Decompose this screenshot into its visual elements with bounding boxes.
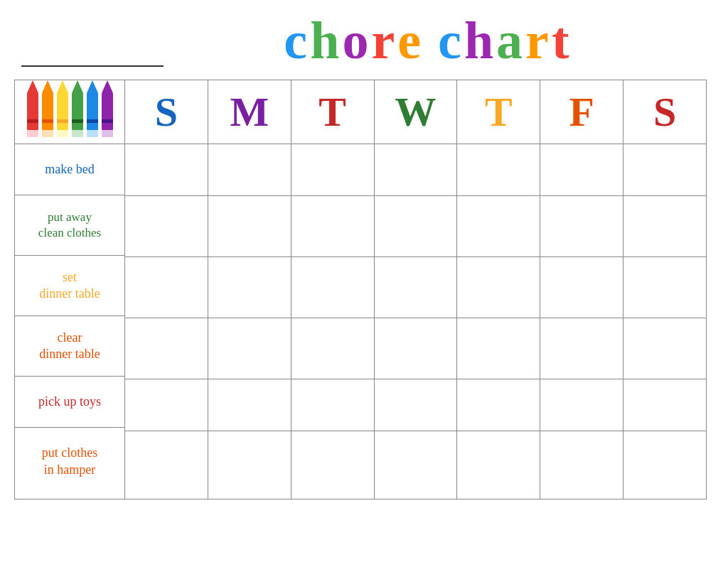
- crayon-yellow: [56, 80, 69, 141]
- chore-put-clothes: put clothesin hamper: [15, 428, 124, 495]
- cell-pickup-thu: [457, 379, 540, 431]
- page: c h o r e c h a r t: [0, 0, 728, 562]
- cell-pickup-tue: [291, 379, 375, 431]
- title-letter-o: o: [342, 14, 371, 67]
- svg-marker-12: [72, 80, 83, 93]
- day-header-friday: F: [540, 80, 623, 144]
- cell-putaway-fri: [540, 196, 623, 256]
- row-pick-up: [125, 379, 706, 431]
- row-put-away: [125, 196, 706, 257]
- svg-rect-14: [72, 130, 83, 137]
- title-letter-c1: c: [284, 14, 310, 67]
- header: c h o r e c h a r t: [14, 14, 707, 67]
- cell-pickup-mon: [208, 379, 291, 431]
- cell-putclothes-thu: [457, 431, 540, 499]
- cell-putclothes-sat: [623, 431, 706, 499]
- days-grid: S M T W T F S: [125, 80, 706, 499]
- cell-setdinner-thu: [457, 257, 540, 318]
- cell-makebed-fri: [540, 144, 623, 195]
- title-letter-t: t: [552, 14, 572, 67]
- svg-marker-0: [27, 80, 38, 93]
- chore-set-dinner: setdinner table: [15, 256, 124, 316]
- crayons-cell: [15, 80, 124, 144]
- cell-pickup-sat: [623, 379, 706, 431]
- title-letter-r2: r: [525, 14, 552, 67]
- svg-rect-1: [27, 93, 38, 130]
- cell-pickup-wed: [375, 379, 458, 431]
- day-header-tuesday: T: [291, 80, 375, 144]
- crayon-purple: [101, 80, 114, 141]
- cell-setdinner-tue: [291, 257, 375, 318]
- crayon-blue: [86, 80, 99, 141]
- svg-rect-17: [87, 93, 98, 130]
- page-title: c h o r e c h a r t: [284, 14, 572, 67]
- cell-setdinner-mon: [208, 257, 291, 318]
- cell-cleardinner-fri: [540, 318, 623, 379]
- svg-rect-22: [102, 130, 113, 137]
- cell-makebed-wed: [375, 144, 458, 195]
- cell-pickup-sun: [125, 379, 208, 431]
- cell-putaway-sat: [623, 196, 706, 256]
- title-letter-h2: h: [464, 14, 496, 67]
- svg-rect-7: [42, 119, 53, 123]
- day-header-thursday: T: [457, 80, 540, 144]
- svg-marker-20: [102, 80, 113, 93]
- name-line: [21, 45, 164, 67]
- title-letter-a: a: [496, 14, 525, 67]
- title-letter-r: r: [371, 14, 397, 67]
- svg-rect-15: [72, 119, 83, 123]
- cell-makebed-thu: [457, 144, 540, 195]
- cell-cleardinner-wed: [375, 318, 458, 379]
- svg-rect-6: [42, 130, 53, 137]
- row-set-dinner: [125, 257, 706, 318]
- row-make-bed: [125, 144, 706, 196]
- chore-chart: make bed put awayclean clothes setdinner…: [14, 80, 707, 499]
- svg-rect-10: [57, 130, 68, 137]
- cell-cleardinner-thu: [457, 318, 540, 379]
- cell-putaway-mon: [208, 196, 291, 256]
- cell-makebed-tue: [291, 144, 375, 195]
- cell-putclothes-tue: [291, 431, 375, 499]
- cell-cleardinner-sun: [125, 318, 208, 379]
- title-space: [424, 15, 438, 66]
- chore-make-bed: make bed: [15, 144, 124, 195]
- cell-putclothes-mon: [208, 431, 291, 499]
- cell-makebed-sat: [623, 144, 706, 195]
- cell-putclothes-wed: [375, 431, 458, 499]
- svg-rect-23: [102, 119, 113, 123]
- cell-cleardinner-tue: [291, 318, 375, 379]
- title-letter-h: h: [310, 14, 342, 67]
- days-header-row: S M T W T F S: [125, 80, 706, 144]
- chore-put-away: put awayclean clothes: [15, 195, 124, 256]
- row-put-clothes: [125, 431, 706, 499]
- cell-cleardinner-sat: [623, 318, 706, 379]
- title-letter-c2: c: [438, 14, 464, 67]
- chore-pick-up: pick up toys: [15, 377, 124, 428]
- svg-rect-9: [57, 93, 68, 130]
- chore-clear-dinner: cleardinner table: [15, 316, 124, 377]
- crayon-orange: [41, 80, 54, 141]
- svg-marker-4: [42, 80, 53, 93]
- cell-makebed-sun: [125, 144, 208, 195]
- day-header-sunday: S: [125, 80, 208, 144]
- cell-makebed-mon: [208, 144, 291, 195]
- svg-marker-16: [87, 80, 98, 93]
- day-header-wednesday: W: [375, 80, 458, 144]
- day-header-saturday: S: [623, 80, 706, 144]
- cell-putaway-sun: [125, 196, 208, 256]
- cell-putclothes-sun: [125, 431, 208, 499]
- cell-cleardinner-mon: [208, 318, 291, 379]
- cell-putaway-wed: [375, 196, 458, 256]
- svg-rect-2: [27, 130, 38, 137]
- svg-rect-3: [27, 119, 38, 123]
- cell-setdinner-sat: [623, 257, 706, 318]
- svg-rect-19: [87, 119, 98, 123]
- crayons: [23, 80, 117, 144]
- cell-putaway-tue: [291, 196, 375, 256]
- svg-rect-13: [72, 93, 83, 130]
- row-clear-dinner: [125, 318, 706, 379]
- cell-putaway-thu: [457, 196, 540, 256]
- cell-setdinner-wed: [375, 257, 458, 318]
- svg-rect-18: [87, 130, 98, 137]
- cell-setdinner-sun: [125, 257, 208, 318]
